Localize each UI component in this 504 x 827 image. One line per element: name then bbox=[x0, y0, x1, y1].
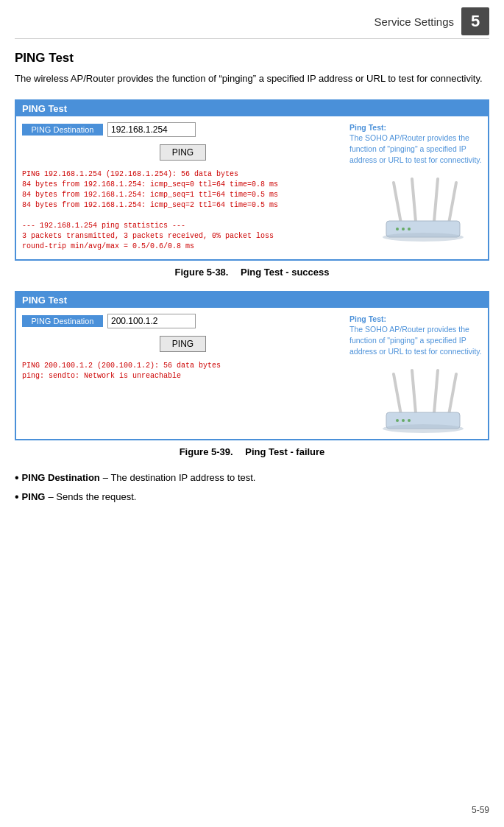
ping-dest-label-1: PING Destination bbox=[22, 124, 103, 136]
svg-line-11 bbox=[434, 370, 438, 413]
ping-button-1[interactable]: PING bbox=[160, 144, 206, 161]
svg-point-8 bbox=[383, 233, 464, 242]
bullet-list: • PING Destination – The destination IP … bbox=[15, 471, 489, 504]
ping-help-text-2: The SOHO AP/Router provides the function… bbox=[349, 325, 482, 355]
ping-help-title-1: Ping Test: bbox=[349, 123, 386, 132]
ping-help-box-2: Ping Test: The SOHO AP/Router provides t… bbox=[349, 314, 482, 357]
bullet-term-0: PING Destination bbox=[22, 471, 100, 485]
ping-help-title-2: Ping Test: bbox=[349, 314, 386, 323]
router-illustration-1 bbox=[364, 168, 482, 242]
ping-dest-input-1[interactable] bbox=[107, 122, 196, 137]
ping-button-row-2: PING bbox=[22, 336, 344, 352]
ping-right-2: Ping Test: The SOHO AP/Router provides t… bbox=[349, 314, 482, 434]
bullet-term-1: PING bbox=[22, 490, 46, 504]
figure2-caption: Figure 5-39. Ping Test - failure bbox=[15, 446, 489, 457]
svg-line-10 bbox=[412, 370, 416, 413]
svg-line-9 bbox=[394, 374, 401, 415]
svg-line-2 bbox=[434, 179, 438, 222]
svg-point-17 bbox=[383, 424, 464, 433]
svg-point-7 bbox=[408, 228, 411, 230]
ping-dest-label-2: PING Destination bbox=[22, 315, 103, 327]
ping-dest-input-2[interactable] bbox=[107, 314, 196, 328]
svg-line-12 bbox=[449, 374, 456, 415]
ping-panel-body-1: PING Destination PING PING 192.168.1.254… bbox=[16, 116, 488, 259]
ping-dest-row-1: PING Destination bbox=[22, 122, 344, 137]
page-number: 5-59 bbox=[472, 805, 489, 815]
chapter-badge: 5 bbox=[461, 7, 489, 35]
ping-dest-row-2: PING Destination bbox=[22, 314, 344, 328]
bullet-dot-1: • bbox=[15, 490, 19, 504]
bullet-dot-0: • bbox=[15, 471, 19, 485]
page-header: Service Settings 5 bbox=[15, 7, 489, 39]
ping-test-panel-1: PING Test PING Destination PING PING 192… bbox=[15, 99, 489, 261]
bullet-item-1: • PING – Sends the request. bbox=[15, 490, 489, 504]
ping-output-2: PING 200.100.1.2 (200.100.1.2): 56 data … bbox=[22, 359, 344, 383]
svg-line-0 bbox=[394, 183, 401, 223]
svg-point-15 bbox=[402, 419, 405, 422]
svg-point-6 bbox=[402, 228, 405, 230]
section-title: PING Test bbox=[15, 51, 489, 66]
svg-point-5 bbox=[396, 228, 399, 230]
svg-point-14 bbox=[396, 419, 399, 422]
bullet-item-0: • PING Destination – The destination IP … bbox=[15, 471, 489, 485]
figure1-caption: Figure 5-38. Ping Test - success bbox=[15, 267, 489, 278]
ping-left-2: PING Destination PING PING 200.100.1.2 (… bbox=[22, 314, 344, 434]
router-illustration-2 bbox=[364, 359, 482, 433]
ping-test-panel-2: PING Test PING Destination PING PING 200… bbox=[15, 291, 489, 441]
header-title: Service Settings bbox=[15, 15, 461, 28]
ping-button-2[interactable]: PING bbox=[160, 336, 206, 352]
page-footer: 5-59 bbox=[472, 805, 489, 815]
ping-button-row-1: PING bbox=[22, 144, 344, 161]
svg-line-1 bbox=[412, 179, 416, 222]
ping-panel-header-1: PING Test bbox=[16, 101, 488, 116]
section-description: The wireless AP/Router provides the func… bbox=[15, 71, 489, 86]
ping-left-1: PING Destination PING PING 192.168.1.254… bbox=[22, 122, 344, 253]
bullet-desc-0: – The destination IP address to test. bbox=[103, 471, 256, 485]
ping-output-1: PING 192.168.1.254 (192.168.1.254): 56 d… bbox=[22, 168, 344, 253]
ping-help-box-1: Ping Test: The SOHO AP/Router provides t… bbox=[349, 122, 482, 166]
svg-point-16 bbox=[408, 419, 411, 422]
bullet-desc-1: – Sends the request. bbox=[48, 490, 136, 504]
ping-panel-header-2: PING Test bbox=[16, 292, 488, 308]
ping-help-text-1: The SOHO AP/Router provides the function… bbox=[349, 133, 482, 163]
svg-line-3 bbox=[449, 183, 456, 223]
ping-right-1: Ping Test: The SOHO AP/Router provides t… bbox=[349, 122, 482, 253]
ping-panel-body-2: PING Destination PING PING 200.100.1.2 (… bbox=[16, 308, 488, 440]
